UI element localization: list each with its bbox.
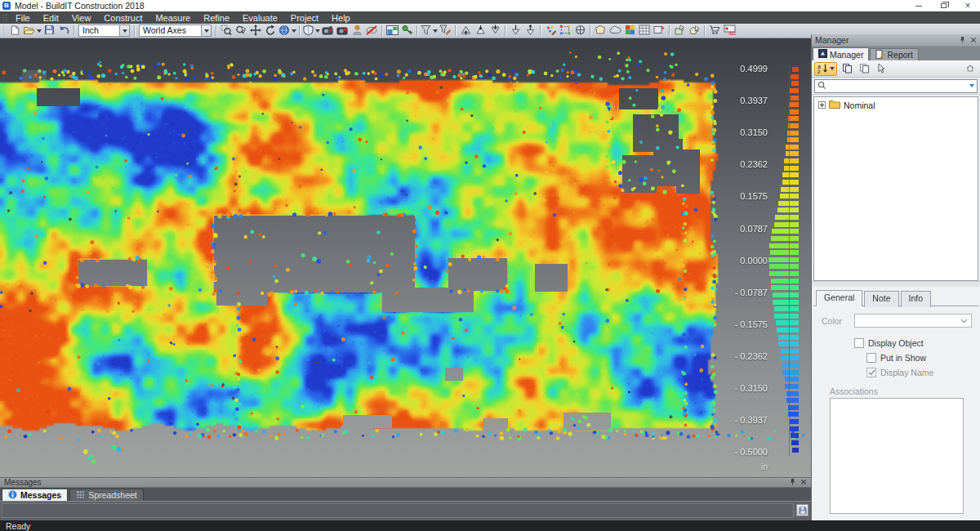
undo-button[interactable] [57, 25, 71, 37]
toolbar-separator [590, 25, 590, 36]
cart-button[interactable] [708, 25, 722, 37]
cone-up-a-button[interactable] [459, 25, 473, 37]
clipping-shield-button[interactable] [303, 25, 320, 37]
save-file-button[interactable] [42, 25, 56, 37]
image-overlay-button[interactable] [385, 25, 399, 37]
menu-file[interactable]: File [9, 13, 37, 23]
cone-up-b-button[interactable] [474, 25, 488, 37]
menu-help[interactable]: Help [325, 13, 357, 23]
hide-points-button[interactable] [365, 25, 379, 37]
checkbox-display-object[interactable] [854, 338, 864, 348]
svg-text:REC: REC [728, 32, 736, 35]
new-file-button[interactable] [8, 25, 22, 37]
view-orientation-button[interactable] [278, 25, 296, 37]
filter-points-button[interactable] [421, 25, 438, 37]
search-box[interactable] [814, 79, 978, 93]
close-icon[interactable] [970, 35, 977, 45]
search-input[interactable] [829, 81, 967, 91]
zoom-window-button[interactable] [220, 25, 234, 37]
pan-icon [250, 25, 261, 38]
manager-toolbar: az [812, 60, 980, 78]
viewer-button[interactable] [350, 25, 364, 37]
checkbox-label: Display Object [868, 338, 924, 348]
snapshot-camera-button[interactable] [321, 25, 335, 37]
tab-info[interactable]: Info [901, 291, 932, 307]
duplicate-button[interactable] [857, 62, 871, 76]
home-button[interactable] [963, 62, 978, 76]
tab-general[interactable]: General [816, 290, 862, 306]
panel-splitter[interactable] [812, 281, 980, 287]
messages-log[interactable] [2, 503, 794, 518]
menu-edit[interactable]: Edit [37, 13, 65, 23]
sort-az-icon: az [817, 63, 828, 75]
save-log-button[interactable] [796, 504, 808, 516]
associations-list[interactable] [830, 398, 964, 514]
chevron-down-icon[interactable] [433, 29, 438, 33]
tab-note[interactable]: Note [864, 291, 898, 307]
expand-icon[interactable] [818, 101, 826, 109]
menu-evaluate[interactable]: Evaluate [236, 13, 284, 23]
close-button[interactable]: × [956, 0, 980, 11]
tab-report[interactable]: Report [870, 48, 919, 60]
record-camera-button[interactable] [336, 25, 350, 37]
unit-combo[interactable]: Inch [78, 25, 130, 37]
zoom-window-icon [220, 25, 232, 38]
rec-button[interactable]: REC [723, 25, 737, 37]
menu-refine[interactable]: Refine [197, 13, 236, 23]
rotate-button[interactable] [264, 25, 278, 37]
minimize-button[interactable] [906, 0, 931, 11]
tree-item-nominal[interactable]: Nominal [814, 97, 978, 110]
polygon-region-button[interactable] [559, 25, 572, 37]
menu-construct[interactable]: Construct [97, 13, 149, 23]
plumb-b-button[interactable] [523, 25, 537, 37]
filter-edit-icon [439, 25, 451, 37]
sort-az-button[interactable]: az [814, 62, 837, 76]
menu-measure[interactable]: Measure [149, 13, 197, 23]
copy-button[interactable] [840, 62, 854, 76]
polygon-colors-button[interactable] [623, 25, 637, 37]
viewer-icon [352, 25, 363, 37]
level-button[interactable] [573, 25, 587, 37]
close-icon[interactable] [800, 478, 807, 487]
toolbar-separator [669, 25, 670, 36]
properties-section: GeneralNoteInfo Color Display ObjectPut … [812, 287, 980, 520]
color-dropdown[interactable] [854, 314, 972, 328]
polygon-grid-button[interactable] [638, 25, 652, 37]
open-file-icon [23, 25, 35, 37]
tab-spreadsheet[interactable]: Spreadsheet [69, 489, 144, 501]
new-file-icon [10, 25, 20, 38]
pick-polygon-button[interactable] [688, 25, 702, 37]
point-cloud-heatmap-canvas[interactable] [0, 38, 811, 477]
menu-view[interactable]: View [65, 13, 98, 23]
plumb-a-button[interactable] [509, 25, 523, 37]
cloud-merge-button[interactable] [608, 25, 622, 37]
pan-button[interactable] [249, 25, 263, 37]
filter-edit-button[interactable] [439, 25, 452, 37]
tab-messages[interactable]: Messages [2, 489, 68, 501]
toolbar-separator [455, 25, 456, 36]
restore-button[interactable] [931, 0, 956, 11]
cone-down-button[interactable] [488, 25, 502, 37]
checkbox-put-in-show[interactable] [866, 353, 876, 363]
open-file-button[interactable] [23, 25, 42, 37]
chevron-down-icon[interactable] [37, 29, 42, 33]
pick-surface-button[interactable] [673, 25, 687, 37]
polygon-create-button[interactable] [594, 25, 608, 37]
chevron-down-icon[interactable] [315, 29, 320, 33]
select-arrow-button[interactable] [874, 62, 889, 76]
paint-points-button[interactable] [544, 25, 558, 37]
chevron-down-icon[interactable] [292, 29, 296, 33]
axes-combo[interactable]: World Axes [139, 25, 212, 37]
checkbox-display-name[interactable] [866, 368, 876, 377]
zoom-select-button[interactable] [234, 25, 248, 37]
tab-manager[interactable]: Manager [813, 47, 869, 60]
chevron-down-icon[interactable] [119, 25, 130, 37]
lock-scan-button[interactable] [400, 25, 414, 37]
polygon-labels-button[interactable] [653, 25, 666, 37]
search-dropdown-icon[interactable] [969, 84, 974, 87]
chevron-down-icon[interactable] [201, 25, 212, 37]
pin-icon[interactable] [959, 35, 966, 45]
pin-icon[interactable] [789, 478, 796, 487]
app-logo-icon: B [2, 2, 11, 10]
menu-project[interactable]: Project [284, 13, 325, 23]
